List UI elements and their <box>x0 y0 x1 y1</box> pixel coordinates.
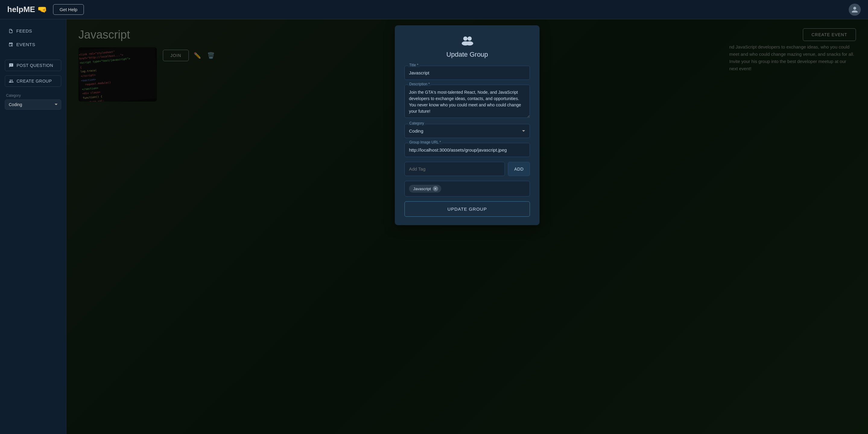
events-label: EVENTS <box>16 42 35 47</box>
create-group-icon <box>9 79 13 84</box>
description-field: Description * Join the GTA's most-talent… <box>404 85 530 119</box>
feeds-icon <box>8 29 13 33</box>
category-label: Category <box>5 93 61 98</box>
add-tag-input[interactable] <box>404 162 505 176</box>
feeds-label: FEEDS <box>16 28 32 33</box>
image-url-input[interactable] <box>404 143 530 157</box>
post-question-icon <box>9 63 13 68</box>
avatar[interactable] <box>849 4 861 16</box>
sidebar-divider <box>5 53 61 57</box>
header-left: helpME 🤜 Get Help <box>7 4 84 15</box>
events-icon <box>8 42 13 47</box>
post-question-label: POST QUESTION <box>17 63 53 68</box>
modal-header: Update Group <box>404 35 530 59</box>
category-select[interactable]: Coding Design Business Science Arts <box>5 99 61 110</box>
update-group-modal: Update Group Title * Description * Join … <box>395 25 539 225</box>
tag-chip-remove-button[interactable]: ✕ <box>433 186 438 191</box>
modal-title: Update Group <box>446 51 488 59</box>
sidebar-item-feeds[interactable]: FEEDS <box>5 25 61 36</box>
category-field: Category Coding Design Business Science … <box>404 124 530 138</box>
category-section: Category Coding Design Business Science … <box>5 93 61 110</box>
svg-point-3 <box>466 41 473 45</box>
svg-point-0 <box>463 36 467 41</box>
modal-category-label: Category <box>408 121 425 125</box>
description-textarea[interactable]: Join the GTA's most-talented React, Node… <box>404 85 530 118</box>
description-label: Description * <box>408 82 431 86</box>
main-layout: FEEDS EVENTS POST QUESTION CREATE GROUP … <box>0 19 868 434</box>
sidebar: FEEDS EVENTS POST QUESTION CREATE GROUP … <box>0 19 66 434</box>
tag-row: ADD <box>404 162 530 176</box>
title-label: Title * <box>408 63 420 67</box>
title-field: Title * <box>404 66 530 80</box>
logo-text: helpME <box>7 5 35 14</box>
svg-point-1 <box>467 36 472 41</box>
image-url-label: Group Image URL * <box>408 140 442 144</box>
get-help-button[interactable]: Get Help <box>53 4 84 15</box>
tags-display: Javascript ✕ <box>404 181 530 197</box>
add-tag-button[interactable]: ADD <box>508 162 530 176</box>
post-question-button[interactable]: POST QUESTION <box>5 60 61 71</box>
create-group-label: CREATE GROUP <box>17 79 52 84</box>
tag-chip-label: Javascript <box>413 187 431 191</box>
title-input[interactable] <box>404 66 530 80</box>
sidebar-item-events[interactable]: EVENTS <box>5 39 61 50</box>
main-content: Javascript <link rel="stylesheet" href="… <box>66 19 868 434</box>
modal-overlay: Update Group Title * Description * Join … <box>66 19 868 434</box>
modal-icon <box>461 35 473 48</box>
tag-chip-javascript: Javascript ✕ <box>409 185 441 193</box>
image-url-field: Group Image URL * <box>404 143 530 157</box>
category-dropdown[interactable]: Coding Design Business Science Arts <box>404 124 530 138</box>
logo-icon: 🤜 <box>37 5 47 14</box>
create-group-button[interactable]: CREATE GROUP <box>5 75 61 87</box>
header: helpME 🤜 Get Help <box>0 0 868 19</box>
logo: helpME 🤜 <box>7 5 47 14</box>
update-group-button[interactable]: UPDATE GROUP <box>404 201 530 217</box>
